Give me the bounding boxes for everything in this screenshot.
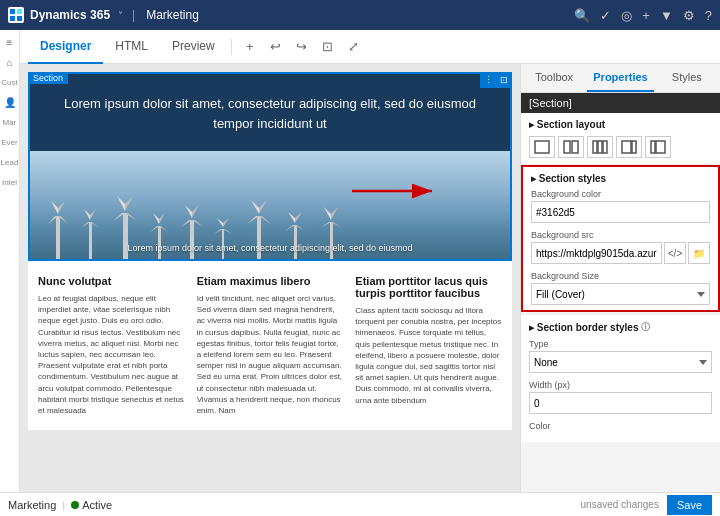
nav-icons: 🔍 ✓ ◎ + ▼ ⚙ ? (574, 8, 712, 23)
panel-tab-toolbox[interactable]: Toolbox (521, 64, 587, 92)
content-col-1: Nunc volutpat Leo at feugiat dapibus, ne… (38, 275, 185, 416)
col3-title: Etiam porttitor lacus quis turpis portti… (355, 275, 502, 299)
app-chevron: ˅ (118, 10, 123, 21)
border-info-icon: ⓘ (641, 321, 650, 334)
canvas-inner: Section ⋮ ⊡ Lorem ipsum dolor sit amet, … (20, 64, 520, 438)
col1-title: Nunc volutpat (38, 275, 185, 287)
tab-designer[interactable]: Designer (28, 30, 103, 64)
undo-icon[interactable]: ↩ (266, 37, 286, 57)
border-type-label: Type (529, 339, 712, 349)
left-sidebar: ≡ ⌂ Cust 👤 Mar Ever Lead Intel (0, 30, 20, 516)
content-section: Nunc volutpat Leo at feugiat dapibus, ne… (28, 261, 512, 430)
section-styles-title[interactable]: ▸ Section styles (523, 167, 718, 187)
svg-marker-12 (81, 222, 90, 228)
redo-icon[interactable]: ↪ (292, 37, 312, 57)
bg-size-field: Background Size Fill (Cover) Fit (Contai… (523, 269, 718, 310)
svg-marker-25 (185, 205, 192, 218)
section-label: Section (33, 73, 63, 83)
svg-rect-60 (656, 141, 665, 153)
section-drag-icon[interactable]: ⋮ (480, 72, 496, 88)
svg-rect-14 (123, 213, 128, 261)
svg-marker-6 (58, 201, 65, 214)
hero-image: Lorem ipsum dolor sit amet, consectetur … (28, 151, 512, 261)
bg-color-input[interactable] (531, 201, 710, 223)
border-width-input[interactable] (529, 392, 712, 414)
main-area: Designer HTML Preview + ↩ ↪ ⊡ ⤢ Section (20, 30, 720, 516)
col3-text: Class aptent taciti sociosqu ad litora t… (355, 305, 502, 406)
sidebar-marketing-icon[interactable]: Mar (2, 114, 18, 130)
svg-rect-56 (603, 141, 607, 153)
expand-icon[interactable]: ⤢ (344, 37, 364, 57)
svg-rect-53 (572, 141, 578, 153)
bg-size-label: Background Size (531, 271, 710, 281)
svg-rect-44 (330, 222, 333, 261)
svg-marker-46 (331, 207, 338, 220)
check-icon[interactable]: ✓ (600, 8, 611, 23)
hero-title: Lorem ipsum dolor sit amet, consectetur … (48, 94, 492, 133)
col2-title: Etiam maximus libero (197, 275, 344, 287)
svg-marker-47 (320, 222, 331, 228)
sidebar-user-icon[interactable]: 👤 (2, 94, 18, 110)
section-layout-title[interactable]: ▸ Section layout (521, 113, 720, 133)
location-icon[interactable]: ◎ (621, 8, 632, 23)
red-arrow-annotation (352, 181, 442, 234)
border-type-select[interactable]: None Solid Dashed Dotted (529, 351, 712, 373)
bottom-app-name: Marketing (8, 499, 56, 511)
bg-color-field: Background color (523, 187, 718, 228)
module-name: Marketing (146, 8, 199, 22)
sidebar-leads-icon[interactable]: Lead (2, 154, 18, 170)
status-area: Active (71, 499, 112, 511)
layout-2-3col-btn[interactable] (616, 136, 642, 158)
svg-marker-5 (51, 201, 58, 214)
svg-rect-55 (598, 141, 602, 153)
layout-3col-btn[interactable] (587, 136, 613, 158)
content-row: Section ⋮ ⊡ Lorem ipsum dolor sit amet, … (20, 64, 720, 516)
sidebar-events-icon[interactable]: Ever (2, 134, 18, 150)
section-more-icon[interactable]: ⊡ (496, 72, 512, 88)
view-icon[interactable]: ⊡ (318, 37, 338, 57)
bg-src-input[interactable] (531, 242, 662, 264)
svg-marker-11 (90, 209, 96, 220)
selected-section[interactable]: Section ⋮ ⊡ Lorem ipsum dolor sit amet, … (28, 72, 512, 261)
content-col-2: Etiam maximus libero Id velit tincidunt,… (197, 275, 344, 416)
tab-preview[interactable]: Preview (160, 30, 227, 64)
svg-marker-35 (251, 200, 259, 214)
canvas-area[interactable]: Section ⋮ ⊡ Lorem ipsum dolor sit amet, … (20, 64, 520, 516)
svg-marker-33 (223, 229, 232, 234)
status-dot (71, 501, 79, 509)
bg-src-code-btn[interactable]: </> (664, 242, 686, 264)
tab-html[interactable]: HTML (103, 30, 160, 64)
filter-icon[interactable]: ▼ (660, 8, 673, 23)
settings-icon[interactable]: ⚙ (683, 8, 695, 23)
toolbar-icons: + ↩ ↪ ⊡ ⤢ (240, 37, 364, 57)
svg-marker-20 (153, 213, 159, 224)
svg-rect-51 (535, 141, 549, 153)
border-color-field: Color (521, 419, 720, 438)
border-type-field: Type None Solid Dashed Dotted (521, 337, 720, 378)
section-border-title[interactable]: ▸ Section border styles ⓘ (521, 315, 720, 337)
section-border-label-text: ▸ Section border styles (529, 322, 638, 333)
hero-caption: Lorem ipsum dolor sit amet, consectetur … (127, 243, 412, 253)
bg-src-input-group: </> 📁 (531, 242, 710, 264)
help-icon[interactable]: ? (705, 8, 712, 23)
bg-src-browse-btn[interactable]: 📁 (688, 242, 710, 264)
search-icon[interactable]: 🔍 (574, 8, 590, 23)
bg-src-field: Background src </> 📁 (523, 228, 718, 269)
sidebar-custom-icon[interactable]: Cust (2, 74, 18, 90)
add-icon[interactable]: + (642, 8, 650, 23)
bottom-bar: Marketing | Active unsaved changes Save (0, 492, 720, 516)
layout-2col-btn[interactable] (558, 136, 584, 158)
bg-size-select[interactable]: Fill (Cover) Fit (Contain) Original Stre… (531, 283, 710, 305)
sidebar-menu-icon[interactable]: ≡ (2, 34, 18, 50)
layout-1col-btn[interactable] (529, 136, 555, 158)
add-element-icon[interactable]: + (240, 37, 260, 57)
app-logo (8, 7, 24, 23)
panel-tab-styles[interactable]: Styles (654, 64, 720, 92)
sidebar-home-icon[interactable]: ⌂ (2, 54, 18, 70)
sidebar-intel-icon[interactable]: Intel (2, 174, 18, 190)
layout-1-3-2col-btn[interactable] (645, 136, 671, 158)
save-button[interactable]: Save (667, 495, 712, 515)
content-columns: Nunc volutpat Leo at feugiat dapibus, ne… (38, 275, 502, 416)
panel-tab-properties[interactable]: Properties (587, 64, 653, 92)
status-badge: Active (82, 499, 112, 511)
